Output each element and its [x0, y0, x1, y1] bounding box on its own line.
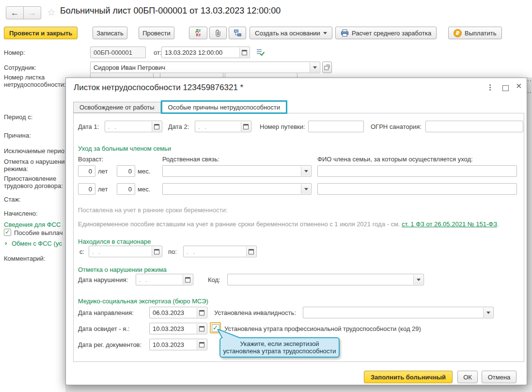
- date2-field[interactable]: . .: [195, 121, 251, 132]
- favorite-star-icon[interactable]: ☆: [47, 6, 56, 18]
- violation-code-dropdown-button[interactable]: [413, 275, 423, 284]
- reg-date-field[interactable]: 10.03.2023: [149, 339, 207, 350]
- save-button[interactable]: Записать: [93, 27, 127, 39]
- tooltip-callout: Укажите, если экспертизой установлена ут…: [219, 337, 340, 358]
- fss-exchange-link[interactable]: Обмен с ФСС (ус: [12, 240, 62, 247]
- close-icon[interactable]: ×: [516, 80, 522, 92]
- calendar-button[interactable]: [152, 247, 161, 256]
- number-field[interactable]: 00БП-000001: [90, 47, 146, 58]
- attachments-button[interactable]: [209, 27, 227, 39]
- forward-icon: →: [28, 8, 36, 18]
- create-based-on-label: Создать на основании: [255, 30, 320, 37]
- post-button[interactable]: Провести: [139, 27, 174, 39]
- page-title: Больничный лист 00БП-000001 от 13.03.202…: [60, 6, 281, 16]
- fill-sick-leave-button[interactable]: Заполнить больничный: [364, 371, 453, 383]
- document-datetime-field[interactable]: 13.03.2023 12:00:00: [161, 47, 250, 58]
- relation-combo-1[interactable]: [162, 165, 312, 177]
- calendar-icon: [199, 342, 204, 347]
- tooltip-line2: установлена утрата трудоспособности: [223, 347, 336, 355]
- ruble-coin-icon: ₽: [454, 29, 462, 37]
- chevron-down-icon: [304, 170, 308, 172]
- calendar-icon: [154, 249, 159, 254]
- accrued-label: Начислено:: [4, 210, 38, 217]
- check-icon: ✓: [5, 228, 10, 235]
- disability-combo[interactable]: [303, 307, 494, 318]
- direction-date-field[interactable]: 06.03.2023: [149, 307, 207, 318]
- calendar-button[interactable]: [239, 47, 249, 57]
- violation-date-field[interactable]: . .: [136, 274, 193, 285]
- benefit-paid-checkbox[interactable]: ✓: [4, 229, 11, 236]
- tab-work-release[interactable]: Освобождение от работы: [73, 102, 161, 113]
- relation-dropdown-button-2[interactable]: [301, 184, 311, 194]
- years-field-2[interactable]: 0: [78, 183, 95, 195]
- tooltip-line1: Укажите, если экспертизой: [240, 340, 319, 347]
- relation-dropdown-button-1[interactable]: [301, 166, 311, 176]
- list-check-icon[interactable]: [255, 47, 265, 57]
- employee-open-button[interactable]: [322, 62, 332, 73]
- employee-dropdown-button[interactable]: [310, 63, 319, 72]
- hospital-from-placeholder: . .: [92, 248, 102, 255]
- ogrn-field[interactable]: [425, 121, 523, 132]
- months-field-1[interactable]: 0: [117, 165, 135, 177]
- direction-date-value: 06.03.2023: [153, 309, 184, 316]
- calendar-button[interactable]: [197, 340, 206, 349]
- calendar-icon: [242, 50, 247, 55]
- law-link[interactable]: ст. 1 ФЗ от 26.05.2021 № 151-ФЗ: [402, 220, 497, 228]
- dt-kt-button[interactable]: ДтКт: [189, 27, 207, 39]
- ogrn-label: ОГРН санатория:: [371, 123, 422, 130]
- benefit-paid-label: Пособие выплач: [14, 229, 63, 236]
- exam-date-field[interactable]: 10.03.2023: [149, 323, 207, 334]
- fss-info-label: Сведения для ФСС: [4, 221, 61, 228]
- tab-special-reasons[interactable]: Особые причины нетрудоспособности: [161, 100, 287, 114]
- comment-label: Комментарий:: [4, 255, 46, 262]
- create-based-on-button[interactable]: Создать на основании: [250, 27, 332, 39]
- dialog-title: Листок нетрудоспособности 123459876321 *: [74, 83, 243, 93]
- years-field-1[interactable]: 0: [78, 165, 95, 177]
- violation-mark-label-line1: Отметка о нарушени: [4, 158, 65, 165]
- calendar-button[interactable]: [246, 247, 256, 256]
- cancel-button[interactable]: Отмена: [482, 371, 516, 383]
- calendar-button[interactable]: [197, 324, 206, 333]
- family-member-name-field-2[interactable]: [317, 183, 517, 195]
- date1-field[interactable]: . .: [105, 121, 162, 132]
- chevron-down-icon: [313, 66, 317, 69]
- relation-combo-2[interactable]: [162, 183, 312, 195]
- ok-button[interactable]: ОК: [457, 371, 478, 383]
- months-field-2[interactable]: 0: [117, 183, 135, 195]
- disability-dropdown-button[interactable]: [483, 308, 493, 317]
- chevron-down-icon: [304, 188, 308, 190]
- related-documents-button[interactable]: [229, 27, 246, 39]
- calendar-button[interactable]: [183, 275, 192, 284]
- chevron-right-icon[interactable]: ›: [5, 239, 7, 247]
- calendar-button[interactable]: [197, 308, 206, 317]
- forward-button[interactable]: →: [23, 6, 41, 19]
- back-button[interactable]: ←: [6, 6, 24, 19]
- sick-number-label-line1: Номер листка: [4, 74, 45, 81]
- hospital-from-label: с:: [79, 248, 84, 255]
- direction-date-label: Дата направления:: [78, 309, 134, 316]
- chevron-down-icon: [417, 279, 421, 281]
- voucher-number-field[interactable]: [308, 121, 364, 132]
- dt-kt-icon: ДтКт: [196, 29, 201, 37]
- pay-label: Выплатить: [465, 30, 497, 37]
- pay-button[interactable]: ₽ Выплатить: [448, 27, 502, 39]
- calendar-button[interactable]: [241, 122, 250, 131]
- sick-leave-dialog: Листок нетрудоспособности 123459876321 *…: [65, 78, 527, 385]
- more-menu-icon[interactable]: [489, 84, 491, 91]
- employee-combo[interactable]: Сидоров Иван Петрович: [90, 62, 320, 73]
- calc-average-earnings-button[interactable]: Расчет среднего заработка: [335, 27, 437, 39]
- post-and-close-button[interactable]: Провести и закрыть: [4, 27, 78, 39]
- reg-date-label: Дата рег. документов:: [78, 341, 141, 348]
- date2-label: Дата 2:: [168, 123, 189, 130]
- calendar-button[interactable]: [152, 122, 161, 131]
- months-unit-1: мес.: [138, 168, 150, 175]
- suspension-label-line2: трудового договора:: [4, 182, 63, 189]
- hospital-to-field[interactable]: . .: [183, 246, 257, 257]
- family-member-name-field-1[interactable]: [317, 165, 517, 177]
- loss-of-capacity-label: Установлена утрата профессиональной труд…: [224, 325, 421, 332]
- maximize-icon[interactable]: [502, 85, 509, 91]
- structure-icon: [234, 29, 242, 37]
- hospital-from-field[interactable]: . .: [89, 246, 162, 257]
- violation-code-combo[interactable]: [227, 274, 424, 285]
- violation-code-label: Код:: [208, 276, 220, 283]
